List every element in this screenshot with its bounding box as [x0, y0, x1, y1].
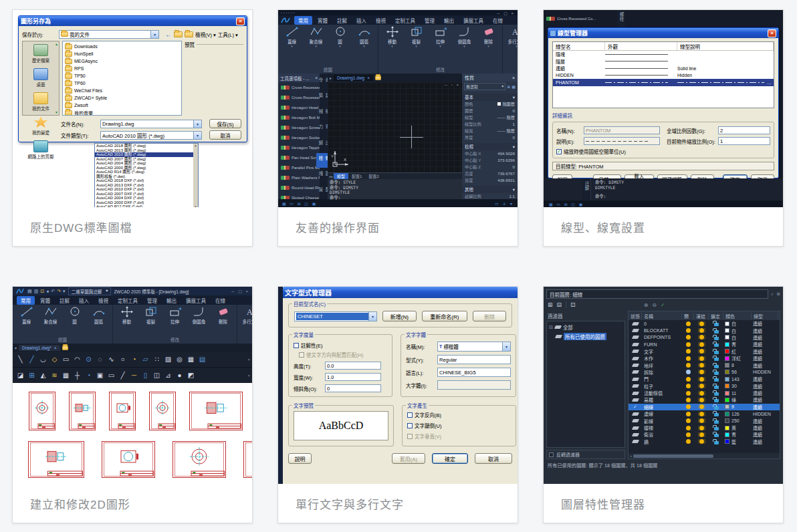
ribbon-tab[interactable]: 常用 [294, 16, 312, 25]
palette-header[interactable]: 工具選項板 - ... × [278, 74, 320, 82]
layer-linetype[interactable]: 連續 [752, 327, 778, 334]
layer-on-toggle[interactable] [682, 356, 694, 361]
property-row[interactable]: 線型—— 隨層 [462, 114, 518, 121]
layer-lock-toggle[interactable] [709, 404, 723, 410]
drawing-canvas[interactable] [13, 383, 252, 484]
modify-tool-icon[interactable]: ╱ [117, 368, 128, 383]
backwards-checkbox[interactable] [407, 412, 413, 418]
palette-tab[interactable]: 註解 [582, 180, 590, 192]
close-icon[interactable]: × [768, 29, 776, 37]
draw-tool-icon[interactable]: ○ [117, 352, 128, 367]
up-folder-icon[interactable] [174, 31, 183, 37]
ribbon-tab[interactable]: 註解 [55, 296, 74, 305]
layer-freeze-toggle[interactable] [694, 335, 709, 340]
new-document-icon[interactable] [62, 346, 68, 350]
layer-row[interactable]: 樓梯黃連續 [629, 424, 780, 431]
font-style-field[interactable]: Regular [437, 355, 511, 364]
layer-color[interactable]: 11 [723, 391, 752, 396]
layer-freeze-toggle[interactable] [694, 404, 709, 409]
modify-tool-icon[interactable]: ◫ [151, 368, 162, 383]
new-button[interactable]: 新增(N) [382, 311, 417, 321]
property-row[interactable]: 註解比例1:1 [462, 193, 518, 199]
drawing-thumbnail[interactable] [189, 392, 243, 433]
name-field[interactable]: PHANTOM [584, 126, 660, 134]
layer-linetype[interactable]: 連續 [752, 341, 778, 348]
tab-list-icon[interactable]: ▾ [15, 346, 17, 350]
drawing-thumbnail[interactable] [243, 441, 252, 481]
scroll-up-icon[interactable]: ▲ [193, 144, 198, 147]
layer-color[interactable]: 青 [723, 431, 752, 438]
file-list-item[interactable]: TP60 [65, 80, 179, 87]
layer-color[interactable]: 白 [723, 334, 752, 341]
file-list-item[interactable]: HunSpell [65, 50, 179, 57]
settings-icon[interactable]: ⊛ [776, 291, 780, 297]
layout-scroll-right-icon[interactable]: ▸ [332, 174, 334, 178]
current-style-combobox[interactable]: CHINESET ▾ [294, 311, 377, 321]
ribbon-tab[interactable]: 輸出 [440, 16, 458, 25]
status-zoom-icons[interactable]: ▭ ＋ ▾ [495, 201, 514, 207]
description-field[interactable] [584, 137, 660, 145]
ribbon-tab[interactable]: 擴展工具 [459, 16, 487, 25]
horizontal-scrollbar[interactable]: ◂ [629, 453, 780, 458]
layer-lock-toggle[interactable] [709, 376, 723, 382]
layer-lock-toggle[interactable] [709, 363, 723, 368]
tree-node-used[interactable]: 所有已使用的圖層 [556, 333, 622, 340]
layer-row[interactable]: 衛浴青連續 [629, 431, 780, 438]
layer-color[interactable]: 143 [723, 377, 752, 382]
layer-on-toggle[interactable] [682, 418, 694, 423]
command-prompt[interactable]: 命令: [330, 195, 460, 201]
close-icon[interactable]: × [236, 17, 245, 25]
scrollbar-thumb[interactable] [633, 454, 713, 458]
file-list-item[interactable]: Downloads [65, 43, 179, 50]
layer-row[interactable]: 拆除56HIDDEN [629, 369, 780, 376]
ribbon-button-line[interactable]: 直線▾ [281, 26, 303, 47]
window-controls[interactable]: ─ ▢ × [231, 289, 249, 293]
draw-tool-icon[interactable]: ▦ [185, 352, 197, 367]
drawing-thumbnail[interactable] [149, 392, 176, 433]
qat-icon[interactable]: ▤ [27, 289, 32, 294]
status-toggle-icons[interactable]: ▦ ▭ ⊞ ◫ ▣ [282, 201, 317, 206]
layer-freeze-toggle[interactable] [694, 432, 709, 437]
palette-item[interactable]: Hexagon Screws... [278, 122, 320, 132]
palette-item[interactable]: Round Head Rivet... [278, 182, 320, 192]
status-toggle-icons[interactable]: ▦ ▭ ⊞ ◫ ▣ [549, 202, 584, 207]
width-field[interactable]: 1.0 [325, 373, 381, 381]
new-group-filter-icon[interactable]: ⊟ [557, 301, 562, 308]
modify-tool-icon[interactable]: ◭ [37, 368, 49, 383]
layer-color[interactable]: 青 [723, 341, 752, 348]
ribbon-tab[interactable]: 在線 [211, 296, 229, 305]
layer-row[interactable]: 牆藍連續 [629, 438, 780, 445]
dialog-titlebar[interactable]: 線型管理器 × [548, 28, 778, 38]
layer-linetype[interactable]: 連續 [752, 320, 778, 327]
draw-tool-icon[interactable]: ╱ [26, 352, 37, 367]
layer-on-toggle[interactable] [682, 404, 694, 409]
height-field[interactable]: 0.0 [325, 362, 381, 370]
ribbon-button-stretch[interactable]: 拉伸 [164, 306, 186, 325]
layer-row[interactable]: 高櫃綠連續 [629, 396, 780, 403]
qat-icon[interactable]: ↷ [57, 289, 61, 294]
linetype-row[interactable]: 隨塊 [553, 51, 774, 58]
ribbon-button-polyline[interactable]: 聚合線 [39, 306, 62, 325]
new-document-icon[interactable] [375, 76, 381, 80]
draw-tool-icon[interactable]: ▤ [197, 352, 208, 367]
file-list-item[interactable]: 我的音樂 [65, 109, 179, 116]
modify-tool-icon[interactable]: ─ [128, 368, 140, 383]
layer-lock-toggle[interactable] [709, 356, 723, 361]
layer-freeze-toggle[interactable] [694, 412, 709, 416]
back-icon[interactable]: ← [165, 31, 172, 38]
dialog-titlebar[interactable]: 文字型式管理器 [283, 287, 518, 298]
palette-item[interactable]: Parallel Pins M10 [278, 162, 320, 172]
layer-states-icon[interactable]: ⊡ [566, 301, 576, 308]
layer-freeze-toggle[interactable] [694, 439, 709, 444]
layer-on-toggle[interactable] [682, 391, 694, 396]
layer-linetype[interactable]: 連續 [752, 390, 778, 396]
draw-tool-icon[interactable]: ∷ [151, 352, 162, 367]
palette-item[interactable]: Cross Recessed Co... [278, 82, 320, 92]
file-list-item[interactable]: ZWCAD+ Syble [65, 94, 179, 102]
property-row[interactable]: 中心點 X494.9028 [462, 150, 518, 157]
layer-lock-toggle[interactable] [709, 370, 723, 375]
ribbon-button-mtext[interactable]: A多行文字 [240, 306, 252, 325]
layer-freeze-toggle[interactable] [694, 370, 709, 374]
layer-linetype[interactable]: 連續 [752, 424, 778, 431]
layer-linetype[interactable]: 連續 [752, 383, 778, 390]
